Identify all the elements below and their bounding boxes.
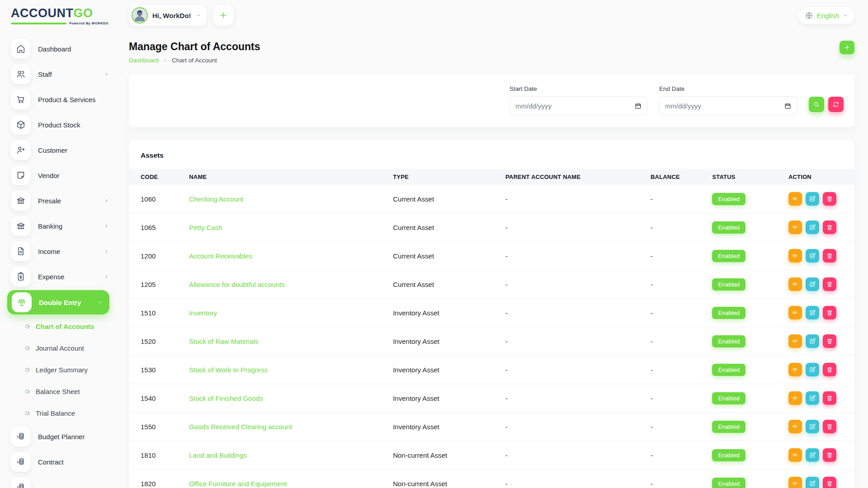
- sidebar-item-presale[interactable]: Presale: [0, 188, 118, 213]
- topbar: Hi, WorkDo! English: [129, 5, 854, 26]
- user-menu[interactable]: Hi, WorkDo!: [129, 5, 207, 26]
- reset-button[interactable]: [828, 97, 844, 112]
- transaction-button[interactable]: [788, 363, 802, 376]
- delete-button[interactable]: [823, 306, 836, 319]
- bullet-icon: [25, 389, 29, 394]
- edit-button[interactable]: [806, 363, 819, 376]
- delete-button[interactable]: [823, 420, 836, 433]
- chevron-right-icon: [104, 71, 109, 77]
- table-row: 1810Land and BuildingsNon-current Asset-…: [129, 441, 854, 469]
- logo-underline: [11, 23, 66, 24]
- edit-button[interactable]: [806, 391, 819, 405]
- delete-button[interactable]: [823, 334, 836, 348]
- account-name-link[interactable]: Allowance for doubtful accounts: [189, 281, 285, 288]
- account-code: 1540: [129, 384, 189, 413]
- edit-button[interactable]: [806, 448, 819, 462]
- chevron-right-icon: [104, 249, 109, 254]
- wave-icon: [792, 195, 799, 202]
- quick-add-button[interactable]: [213, 5, 234, 26]
- edit-button[interactable]: [806, 420, 819, 433]
- chevron-down-icon: [97, 300, 103, 305]
- sidebar-item-vendor[interactable]: Vendor: [0, 163, 118, 188]
- sidebar-subitem-ledger-summary[interactable]: Ledger Summary: [0, 359, 118, 380]
- transaction-button[interactable]: [788, 277, 802, 291]
- edit-button[interactable]: [806, 221, 819, 234]
- edit-button[interactable]: [806, 477, 819, 488]
- app-logo[interactable]: ACCOUNT GO Powered By WORKDO: [0, 0, 118, 28]
- sidebar-item-label: Vendor: [38, 172, 60, 179]
- transaction-button[interactable]: [788, 221, 802, 234]
- delete-button[interactable]: [823, 363, 836, 376]
- globe-icon: [805, 11, 813, 20]
- column-header-name: NAME: [189, 169, 393, 185]
- sidebar-item-dashboard[interactable]: Dashboard: [0, 36, 118, 61]
- sidebar-item-budget-planner[interactable]: $Budget Planner: [0, 424, 118, 449]
- edit-button[interactable]: [806, 192, 819, 206]
- sidebar-subitem-journal-account[interactable]: Journal Account: [0, 337, 118, 359]
- trash-icon: [826, 423, 833, 430]
- account-name-link[interactable]: Stock of Raw Materials: [189, 338, 258, 345]
- account-code: 1510: [129, 299, 189, 327]
- end-date-input[interactable]: mm/dd/yyyy: [659, 96, 797, 115]
- sidebar-item-partial[interactable]: $: [0, 474, 118, 488]
- breadcrumb-dashboard-link[interactable]: Dashboard: [129, 57, 159, 64]
- parent-account-name: -: [505, 384, 651, 413]
- calendar-icon[interactable]: [634, 102, 642, 110]
- edit-button[interactable]: [806, 277, 819, 291]
- trash-icon: [826, 394, 833, 402]
- account-name-link[interactable]: Stock of Finished Goods: [189, 394, 263, 402]
- delete-button[interactable]: [823, 391, 836, 405]
- scale-icon: [12, 292, 32, 312]
- transaction-button[interactable]: [788, 420, 802, 433]
- language-selector[interactable]: English: [798, 7, 854, 24]
- transaction-button[interactable]: [788, 334, 802, 348]
- edit-button[interactable]: [806, 306, 819, 319]
- start-date-input[interactable]: mm/dd/yyyy: [509, 96, 648, 115]
- edit-button[interactable]: [806, 334, 819, 348]
- transaction-button[interactable]: [788, 477, 802, 488]
- account-name-link[interactable]: Checking Account: [189, 195, 243, 203]
- sidebar-item-customer[interactable]: Customer: [0, 137, 118, 163]
- transaction-button[interactable]: [788, 192, 802, 206]
- edit-icon: [809, 281, 816, 288]
- end-date-label: End Date: [659, 85, 797, 92]
- sidebar-item-double-entry[interactable]: Double Entry: [7, 290, 109, 314]
- sidebar-item-product-stock[interactable]: Product Stock: [0, 112, 118, 137]
- edit-button[interactable]: [806, 249, 819, 263]
- delete-button[interactable]: [823, 192, 836, 206]
- sidebar-item-banking[interactable]: Banking: [0, 213, 118, 239]
- delete-button[interactable]: [823, 277, 836, 291]
- delete-button[interactable]: [823, 448, 836, 462]
- sidebar-item-contract[interactable]: $Contract: [0, 449, 118, 474]
- transaction-button[interactable]: [788, 306, 802, 319]
- sidebar-item-label: Presale: [38, 197, 61, 205]
- account-name-link[interactable]: Inventory: [189, 309, 217, 317]
- delete-button[interactable]: [823, 249, 836, 263]
- transaction-button[interactable]: [788, 391, 802, 405]
- delete-button[interactable]: [823, 221, 836, 234]
- account-name-link[interactable]: Petty Cash: [189, 224, 222, 231]
- account-name-link[interactable]: Land and Buildings: [189, 451, 247, 459]
- status-badge: Enabled: [712, 478, 745, 488]
- account-name-link[interactable]: Stock of Work In Progress: [189, 366, 268, 374]
- transaction-button[interactable]: [788, 249, 802, 263]
- sidebar-item-product-services[interactable]: Product & Services: [0, 87, 118, 112]
- chevron-right-icon: [104, 274, 109, 280]
- svg-text:$: $: [17, 485, 19, 488]
- delete-button[interactable]: [823, 477, 836, 488]
- sidebar-subitem-chart-of-accounts[interactable]: Chart of Accounts: [0, 315, 118, 337]
- transaction-button[interactable]: [788, 448, 802, 462]
- sidebar-subitem-balance-sheet[interactable]: Balance Sheet: [0, 380, 118, 402]
- column-header-parent-account-name: PARENT ACCOUNT NAME: [505, 169, 651, 185]
- account-name-link[interactable]: Account Receivables: [189, 252, 252, 260]
- calendar-icon[interactable]: [784, 102, 792, 110]
- sidebar-item-income[interactable]: Income: [0, 239, 118, 264]
- create-account-button[interactable]: [840, 41, 854, 54]
- start-date-placeholder: mm/dd/yyyy: [515, 102, 552, 110]
- account-name-link[interactable]: Office Furniture and Equipement: [189, 480, 287, 488]
- search-button[interactable]: [809, 97, 824, 112]
- sidebar-subitem-trial-balance[interactable]: Trial Balance: [0, 402, 118, 424]
- sidebar-item-staff[interactable]: Staff: [0, 61, 118, 87]
- account-name-link[interactable]: Goods Received Clearing account: [189, 423, 292, 431]
- sidebar-item-expense[interactable]: Expense: [0, 264, 118, 289]
